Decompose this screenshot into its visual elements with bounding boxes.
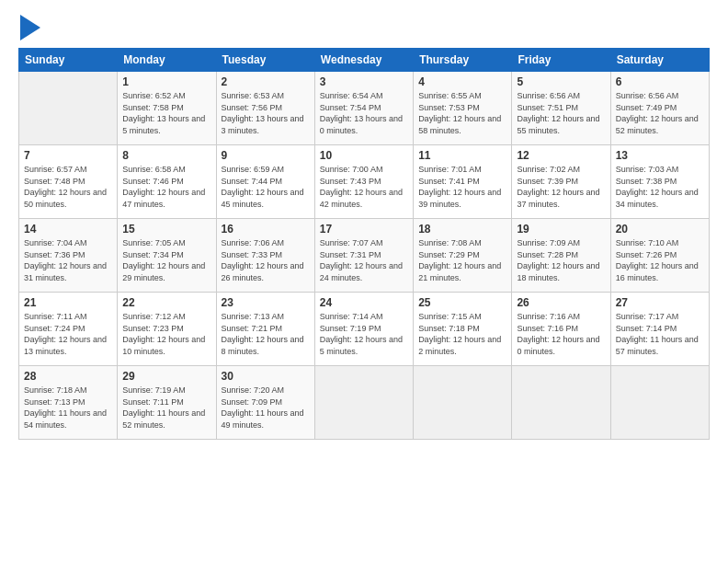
day-number: 20 — [616, 223, 704, 236]
day-cell: 13Sunrise: 7:03 AMSunset: 7:38 PMDayligh… — [610, 145, 709, 219]
sunset-text: Sunset: 7:09 PM — [222, 396, 310, 408]
sunset-text: Sunset: 7:13 PM — [24, 396, 112, 408]
daylight-text: Daylight: 12 hours and 58 minutes. — [418, 113, 506, 136]
logo — [18, 15, 40, 40]
day-cell: 6Sunrise: 6:56 AMSunset: 7:49 PMDaylight… — [610, 72, 709, 145]
sunrise-text: Sunrise: 6:54 AM — [320, 90, 408, 102]
sunset-text: Sunset: 7:53 PM — [418, 102, 506, 114]
sunset-text: Sunset: 7:26 PM — [616, 249, 704, 261]
sunrise-text: Sunrise: 7:16 AM — [517, 311, 605, 323]
col-header-sunday: Sunday — [19, 49, 118, 72]
day-cell: 19Sunrise: 7:09 AMSunset: 7:28 PMDayligh… — [512, 219, 610, 293]
daylight-text: Daylight: 12 hours and 39 minutes. — [418, 187, 506, 210]
day-number: 17 — [320, 223, 408, 236]
daylight-text: Daylight: 13 hours and 0 minutes. — [320, 113, 408, 136]
day-cell: 24Sunrise: 7:14 AMSunset: 7:19 PMDayligh… — [314, 293, 413, 366]
daylight-text: Daylight: 12 hours and 52 minutes. — [616, 113, 704, 136]
day-info: Sunrise: 6:56 AMSunset: 7:49 PMDaylight:… — [616, 90, 704, 136]
sunset-text: Sunset: 7:56 PM — [222, 102, 310, 114]
daylight-text: Daylight: 12 hours and 29 minutes. — [122, 260, 210, 283]
day-info: Sunrise: 7:00 AMSunset: 7:43 PMDaylight:… — [320, 164, 408, 210]
daylight-text: Daylight: 12 hours and 26 minutes. — [222, 260, 310, 283]
sunrise-text: Sunrise: 7:02 AM — [517, 164, 605, 176]
day-cell: 29Sunrise: 7:19 AMSunset: 7:11 PMDayligh… — [118, 366, 216, 440]
day-info: Sunrise: 7:15 AMSunset: 7:18 PMDaylight:… — [418, 311, 506, 357]
day-cell: 16Sunrise: 7:06 AMSunset: 7:33 PMDayligh… — [216, 219, 314, 293]
day-number: 15 — [122, 223, 210, 236]
daylight-text: Daylight: 12 hours and 42 minutes. — [320, 187, 408, 210]
daylight-text: Daylight: 12 hours and 8 minutes. — [222, 334, 310, 357]
sunrise-text: Sunrise: 7:19 AM — [122, 385, 210, 396]
sunrise-text: Sunrise: 7:11 AM — [24, 311, 112, 323]
day-info: Sunrise: 6:53 AMSunset: 7:56 PMDaylight:… — [222, 90, 310, 136]
day-cell: 4Sunrise: 6:55 AMSunset: 7:53 PMDaylight… — [414, 72, 512, 145]
day-number: 18 — [418, 223, 506, 236]
col-header-saturday: Saturday — [610, 49, 709, 72]
sunrise-text: Sunrise: 6:53 AM — [222, 90, 310, 102]
daylight-text: Daylight: 12 hours and 50 minutes. — [24, 187, 112, 210]
sunset-text: Sunset: 7:14 PM — [616, 323, 704, 335]
sunrise-text: Sunrise: 7:10 AM — [616, 237, 704, 249]
sunset-text: Sunset: 7:36 PM — [24, 249, 112, 261]
day-cell: 27Sunrise: 7:17 AMSunset: 7:14 PMDayligh… — [610, 293, 709, 366]
sunset-text: Sunset: 7:44 PM — [222, 176, 310, 188]
day-cell: 5Sunrise: 6:56 AMSunset: 7:51 PMDaylight… — [512, 72, 610, 145]
daylight-text: Daylight: 13 hours and 3 minutes. — [222, 113, 310, 136]
daylight-text: Daylight: 12 hours and 21 minutes. — [418, 260, 506, 283]
day-number: 2 — [222, 75, 310, 88]
sunrise-text: Sunrise: 7:17 AM — [616, 311, 704, 323]
svg-marker-0 — [20, 15, 40, 40]
sunrise-text: Sunrise: 7:04 AM — [24, 237, 112, 249]
day-cell: 17Sunrise: 7:07 AMSunset: 7:31 PMDayligh… — [314, 219, 413, 293]
day-cell — [19, 72, 118, 145]
day-number: 19 — [517, 223, 605, 236]
day-number: 22 — [122, 296, 210, 309]
day-cell: 26Sunrise: 7:16 AMSunset: 7:16 PMDayligh… — [512, 293, 610, 366]
sunset-text: Sunset: 7:21 PM — [222, 323, 310, 335]
sunset-text: Sunset: 7:23 PM — [122, 323, 210, 335]
day-cell: 10Sunrise: 7:00 AMSunset: 7:43 PMDayligh… — [314, 145, 413, 219]
day-number: 24 — [320, 296, 408, 309]
day-cell: 8Sunrise: 6:58 AMSunset: 7:46 PMDaylight… — [118, 145, 216, 219]
day-info: Sunrise: 7:19 AMSunset: 7:11 PMDaylight:… — [122, 385, 210, 431]
day-info: Sunrise: 6:59 AMSunset: 7:44 PMDaylight:… — [222, 164, 310, 210]
sunrise-text: Sunrise: 6:52 AM — [122, 90, 210, 102]
day-info: Sunrise: 7:16 AMSunset: 7:16 PMDaylight:… — [517, 311, 605, 357]
day-info: Sunrise: 6:54 AMSunset: 7:54 PMDaylight:… — [320, 90, 408, 136]
sunset-text: Sunset: 7:19 PM — [320, 323, 408, 335]
day-cell: 25Sunrise: 7:15 AMSunset: 7:18 PMDayligh… — [414, 293, 512, 366]
col-header-wednesday: Wednesday — [314, 49, 413, 72]
day-number: 11 — [418, 149, 506, 162]
day-number: 12 — [517, 149, 605, 162]
daylight-text: Daylight: 12 hours and 13 minutes. — [24, 334, 112, 357]
day-info: Sunrise: 7:04 AMSunset: 7:36 PMDaylight:… — [24, 237, 112, 283]
sunrise-text: Sunrise: 6:55 AM — [418, 90, 506, 102]
day-number: 13 — [616, 149, 704, 162]
day-cell: 18Sunrise: 7:08 AMSunset: 7:29 PMDayligh… — [414, 219, 512, 293]
daylight-text: Daylight: 13 hours and 5 minutes. — [122, 113, 210, 136]
sunrise-text: Sunrise: 7:12 AM — [122, 311, 210, 323]
sunrise-text: Sunrise: 7:05 AM — [122, 237, 210, 249]
sunset-text: Sunset: 7:16 PM — [517, 323, 605, 335]
sunrise-text: Sunrise: 6:58 AM — [122, 164, 210, 176]
day-cell: 14Sunrise: 7:04 AMSunset: 7:36 PMDayligh… — [19, 219, 118, 293]
day-info: Sunrise: 7:20 AMSunset: 7:09 PMDaylight:… — [222, 385, 310, 431]
day-number: 3 — [320, 75, 408, 88]
daylight-text: Daylight: 12 hours and 2 minutes. — [418, 334, 506, 357]
day-info: Sunrise: 7:07 AMSunset: 7:31 PMDaylight:… — [320, 237, 408, 283]
daylight-text: Daylight: 12 hours and 16 minutes. — [616, 260, 704, 283]
daylight-text: Daylight: 12 hours and 5 minutes. — [320, 334, 408, 357]
day-number: 28 — [24, 370, 112, 383]
day-number: 26 — [517, 296, 605, 309]
sunset-text: Sunset: 7:49 PM — [616, 102, 704, 114]
sunset-text: Sunset: 7:31 PM — [320, 249, 408, 261]
day-cell: 9Sunrise: 6:59 AMSunset: 7:44 PMDaylight… — [216, 145, 314, 219]
day-cell: 12Sunrise: 7:02 AMSunset: 7:39 PMDayligh… — [512, 145, 610, 219]
day-cell: 21Sunrise: 7:11 AMSunset: 7:24 PMDayligh… — [19, 293, 118, 366]
day-info: Sunrise: 7:17 AMSunset: 7:14 PMDaylight:… — [616, 311, 704, 357]
sunset-text: Sunset: 7:34 PM — [122, 249, 210, 261]
week-row-5: 28Sunrise: 7:18 AMSunset: 7:13 PMDayligh… — [19, 366, 710, 440]
day-info: Sunrise: 7:09 AMSunset: 7:28 PMDaylight:… — [517, 237, 605, 283]
daylight-text: Daylight: 12 hours and 24 minutes. — [320, 260, 408, 283]
sunrise-text: Sunrise: 7:14 AM — [320, 311, 408, 323]
